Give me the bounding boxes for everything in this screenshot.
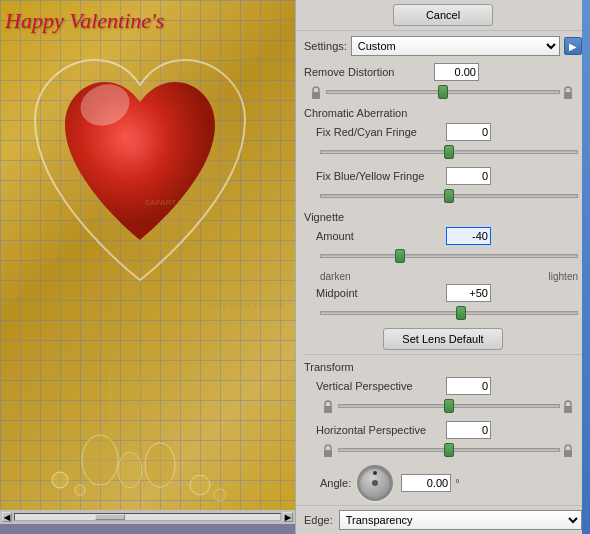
chromatic-aberration-section: Fix Red/Cyan Fringe Fix Blue/Yellow Frin… (304, 123, 582, 205)
dial-indicator (373, 471, 377, 475)
vignette-amount-label: Amount (316, 230, 446, 242)
lock-icon-1 (308, 85, 324, 101)
svg-point-7 (190, 475, 210, 495)
svg-point-4 (145, 443, 175, 487)
lock-icon-2 (320, 399, 336, 415)
set-lens-default-button[interactable]: Set Lens Default (383, 328, 503, 350)
settings-select[interactable]: Custom Default (351, 36, 560, 56)
horizontal-perspective-row: Horizontal Perspective (316, 421, 582, 439)
settings-row: Settings: Custom Default ▶ (296, 31, 590, 59)
dial-center (372, 480, 378, 486)
midpoint-slider-row (316, 306, 582, 322)
midpoint-input[interactable] (446, 284, 491, 302)
fix-blue-yellow-row: Fix Blue/Yellow Fringe (316, 167, 582, 185)
degree-symbol: ° (455, 477, 459, 489)
fix-red-cyan-slider[interactable] (320, 145, 578, 159)
scroll-right-btn[interactable]: ► (283, 512, 293, 522)
cancel-button[interactable]: Cancel (393, 4, 493, 26)
image-content: Happy Valentine's (0, 0, 295, 510)
fix-blue-yellow-input[interactable] (446, 167, 491, 185)
vignette-amount-input[interactable] (446, 227, 491, 245)
drip-svg (0, 310, 280, 510)
angle-dial[interactable] (357, 465, 393, 501)
edge-row: Edge: Transparency Edge Extension Mirror (296, 505, 590, 534)
vertical-perspective-label: Vertical Perspective (316, 380, 446, 392)
darken-label: darken (320, 271, 351, 282)
remove-distortion-slider[interactable] (326, 85, 560, 99)
image-scrollbar[interactable]: ◄ ► (0, 510, 295, 524)
top-bar: Cancel (296, 0, 590, 31)
controls-area: Remove Distortion Chromatic Aberration F… (296, 59, 590, 505)
settings-label: Settings: (304, 40, 347, 52)
lock-icon-1b (560, 85, 576, 101)
darken-lighten-row: darken lighten (316, 271, 582, 282)
scroll-thumb[interactable] (95, 514, 125, 520)
lock-icon-3 (320, 443, 336, 459)
fix-red-cyan-input[interactable] (446, 123, 491, 141)
svg-rect-9 (312, 92, 320, 99)
fix-blue-yellow-slider-row (316, 189, 582, 205)
fix-red-cyan-row: Fix Red/Cyan Fringe (316, 123, 582, 141)
horizontal-perspective-slider-row (316, 443, 582, 459)
svg-rect-13 (324, 450, 332, 457)
remove-distortion-label: Remove Distortion (304, 66, 434, 78)
lock-icon-3b (560, 443, 576, 459)
svg-point-2 (82, 435, 118, 485)
remove-distortion-slider-row (304, 85, 582, 101)
scroll-track[interactable] (14, 513, 281, 521)
scroll-left-btn[interactable]: ◄ (2, 512, 12, 522)
svg-rect-12 (564, 406, 572, 413)
angle-value-row: ° (401, 474, 459, 492)
settings-arrow-btn[interactable]: ▶ (564, 37, 582, 55)
edge-label: Edge: (304, 514, 333, 526)
right-panel: Cancel Settings: Custom Default ▶ Remove… (295, 0, 590, 534)
vignette-title: Vignette (304, 211, 582, 223)
transform-section: Vertical Perspective Horizontal Perspect… (304, 377, 582, 501)
horizontal-perspective-slider[interactable] (338, 443, 560, 457)
vignette-amount-slider-row (316, 249, 582, 265)
fix-red-cyan-slider-row (316, 145, 582, 161)
blue-edge (582, 0, 590, 534)
horizontal-perspective-input[interactable] (446, 421, 491, 439)
lock-icon-2b (560, 399, 576, 415)
remove-distortion-row: Remove Distortion (304, 63, 582, 81)
chromatic-aberration-title: Chromatic Aberration (304, 107, 582, 119)
image-panel: Happy Valentine's (0, 0, 295, 534)
vertical-perspective-input[interactable] (446, 377, 491, 395)
vertical-perspective-slider[interactable] (338, 399, 560, 413)
transform-title: Transform (304, 361, 582, 373)
midpoint-row: Midpoint (316, 284, 582, 302)
svg-text:EAFART.COM: EAFART.COM (145, 198, 196, 207)
svg-point-8 (214, 489, 226, 501)
lighten-label: lighten (549, 271, 578, 282)
fix-blue-yellow-slider[interactable] (320, 189, 578, 203)
angle-label: Angle: (320, 477, 351, 489)
remove-distortion-input[interactable] (434, 63, 479, 81)
fix-red-cyan-label: Fix Red/Cyan Fringe (316, 126, 446, 138)
fix-blue-yellow-label: Fix Blue/Yellow Fringe (316, 170, 446, 182)
angle-input[interactable] (401, 474, 451, 492)
vertical-perspective-slider-row (316, 399, 582, 415)
edge-select[interactable]: Transparency Edge Extension Mirror (339, 510, 582, 530)
vignette-section: Amount darken lighten Midpoint (304, 227, 582, 322)
separator-1 (304, 354, 582, 355)
vertical-perspective-row: Vertical Perspective (316, 377, 582, 395)
svg-point-3 (118, 452, 142, 488)
midpoint-label: Midpoint (316, 287, 446, 299)
vignette-amount-slider[interactable] (320, 249, 578, 263)
svg-rect-14 (564, 450, 572, 457)
vignette-amount-row: Amount (316, 227, 582, 245)
svg-rect-11 (324, 406, 332, 413)
svg-rect-10 (564, 92, 572, 99)
angle-row: Angle: ° (316, 465, 582, 501)
horizontal-perspective-label: Horizontal Perspective (316, 424, 446, 436)
heart-svg: EAFART.COM (15, 30, 265, 310)
midpoint-slider[interactable] (320, 306, 578, 320)
svg-point-5 (52, 472, 68, 488)
svg-point-6 (75, 485, 85, 495)
